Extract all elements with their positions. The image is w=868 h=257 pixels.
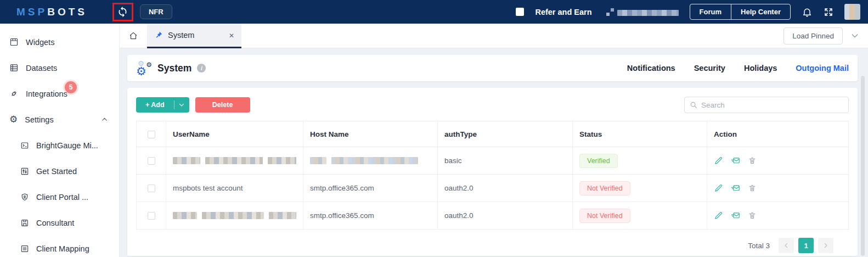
edit-icon[interactable] (714, 211, 723, 220)
sidebar-item-client-mapping[interactable]: Client Mapping (0, 236, 119, 257)
sidebar-item-label: Integrations (26, 90, 67, 98)
mspbots-logo[interactable]: MSPBOTS (16, 6, 87, 18)
username-redacted (173, 212, 296, 219)
refresh-icon[interactable] (117, 6, 128, 18)
tab-security[interactable]: Security (694, 64, 725, 72)
sidebar-item-integrations[interactable]: Integrations 5 (0, 81, 119, 107)
sidebar-item-client-portal[interactable]: Client Portal ... (0, 184, 119, 210)
table-header-row: UserName Host Name authType Status Actio… (137, 121, 849, 147)
status-badge: Not Verified (579, 181, 630, 195)
delete-row-icon[interactable] (748, 156, 757, 165)
top-navbar: MSPBOTS NFR Refer and Earn Forum Help Ce… (0, 0, 868, 24)
sidebar-item-brightgauge[interactable]: BrightGauge Mi... (0, 132, 119, 158)
table-row: smtp.office365.com oauth2.0 Not Verified (137, 202, 849, 230)
username-cell: mspbots test account (166, 175, 303, 202)
total-count: Total 3 (748, 242, 770, 250)
sidebar-item-label: Client Portal ... (36, 193, 88, 202)
table-row: mspbots test account smtp.office365.com … (137, 175, 849, 202)
delete-row-icon[interactable] (748, 211, 757, 220)
authtype-cell: oauth2.0 (438, 202, 573, 230)
user-avatar[interactable] (844, 4, 860, 20)
chevron-down-icon[interactable] (850, 31, 859, 40)
chevron-up-icon (101, 116, 108, 123)
home-icon (128, 31, 138, 41)
table-footer: Total 3 1 (136, 238, 849, 253)
fullscreen-expand-icon[interactable] (824, 7, 833, 17)
tab-notifications[interactable]: Notifications (627, 64, 675, 72)
settings-gear-icon: ⚙ (9, 115, 18, 124)
status-badge: Not Verified (579, 209, 630, 223)
vertical-scrollbar[interactable] (861, 76, 865, 256)
send-test-mail-icon[interactable] (730, 156, 741, 165)
table-row: basic Verified (137, 147, 849, 175)
tab-outgoing-mail[interactable]: Outgoing Mail (796, 64, 849, 72)
page-title: System (157, 63, 191, 74)
search-box (684, 97, 849, 113)
sidebar-item-label: Settings (25, 115, 53, 124)
logo-part-msp: MSP (16, 6, 47, 18)
sidebar-item-datasets[interactable]: Datasets (0, 55, 119, 81)
prev-page-button[interactable] (779, 238, 794, 253)
tab-close-icon[interactable] (229, 31, 234, 39)
column-action: Action (707, 121, 849, 147)
select-all-checkbox[interactable] (148, 131, 155, 138)
nfr-button[interactable]: NFR (140, 4, 172, 19)
delete-button[interactable]: Delete (195, 97, 250, 113)
org-chart-icon (606, 8, 615, 16)
search-icon (690, 101, 697, 109)
main-area: System Load Pinned ⚙⚙⚙ System Notificati… (120, 24, 868, 257)
add-button[interactable]: + Add (136, 97, 174, 113)
column-username: UserName (166, 121, 303, 147)
column-hostname: Host Name (303, 121, 438, 147)
edit-icon[interactable] (714, 156, 723, 165)
system-gears-icon: ⚙⚙⚙ (136, 60, 153, 76)
sidebar-item-label: BrightGauge Mi... (36, 141, 98, 150)
tab-system[interactable]: System (147, 24, 241, 48)
column-authtype: authType (438, 121, 573, 147)
refer-and-earn-link[interactable]: Refer and Earn (535, 8, 591, 16)
client-mapping-list-icon (20, 244, 29, 253)
sidebar-item-settings[interactable]: ⚙ Settings (0, 107, 119, 132)
notifications-bell-icon[interactable] (802, 7, 813, 18)
delete-row-icon[interactable] (748, 183, 757, 193)
sidebar-item-label: Get Started (36, 167, 77, 176)
brightgauge-terminal-icon (20, 141, 29, 150)
add-split-button: + Add (136, 97, 189, 113)
load-pinned-button[interactable]: Load Pinned (784, 27, 843, 44)
sidebar-item-label: Consultant (36, 219, 74, 227)
info-icon[interactable] (197, 64, 206, 72)
nav-button-group: Forum Help Center (690, 4, 791, 20)
client-portal-shield-icon (20, 193, 29, 202)
send-test-mail-icon[interactable] (730, 183, 741, 193)
widgets-icon (9, 37, 19, 47)
refresh-highlight-annotation (112, 3, 133, 21)
home-tab-button[interactable] (120, 24, 147, 48)
row-actions (714, 156, 842, 165)
tab-holidays[interactable]: Holidays (744, 64, 777, 72)
sidebar-item-label: Widgets (26, 38, 54, 47)
row-checkbox[interactable] (148, 157, 155, 165)
organization-selector[interactable] (606, 8, 679, 16)
refer-gift-icon[interactable] (516, 8, 524, 16)
authtype-cell: oauth2.0 (438, 175, 573, 202)
row-checkbox[interactable] (148, 212, 155, 220)
column-status: Status (573, 121, 707, 147)
sidebar-item-get-started[interactable]: Get Started (0, 158, 119, 184)
row-actions (714, 211, 842, 220)
sidebar-item-label: Datasets (26, 64, 57, 72)
add-dropdown-caret[interactable] (174, 97, 189, 113)
send-test-mail-icon[interactable] (730, 211, 741, 220)
search-input[interactable] (701, 101, 843, 109)
sidebar-item-widgets[interactable]: Widgets (0, 29, 119, 55)
outgoing-mail-table: UserName Host Name authType Status Actio… (136, 121, 849, 230)
row-checkbox[interactable] (148, 185, 155, 192)
help-center-button[interactable]: Help Center (731, 4, 790, 19)
edit-icon[interactable] (714, 183, 723, 193)
next-page-button[interactable] (818, 238, 833, 253)
hostname-cell: smtp.office365.com (303, 175, 438, 202)
forum-button[interactable]: Forum (690, 4, 731, 19)
sidebar-item-consultant[interactable]: Consultant (0, 210, 119, 236)
logo-part-bots: BOTS (47, 6, 87, 18)
page-number-button[interactable]: 1 (798, 238, 814, 253)
system-section-tabs: Notifications Security Holidays Outgoing… (627, 64, 849, 72)
